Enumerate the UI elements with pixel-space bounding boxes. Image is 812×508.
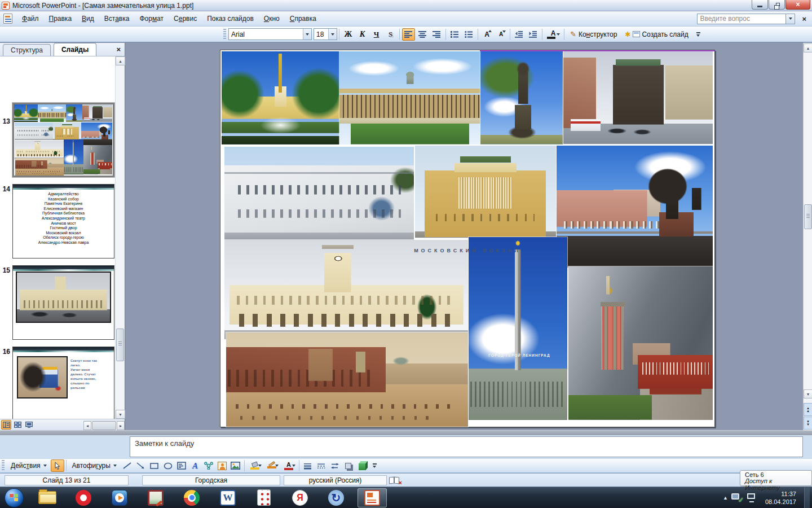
font-size-combo[interactable]: 18 bbox=[314, 28, 337, 40]
new-slide-button[interactable]: ✱ Создать слайд bbox=[621, 28, 692, 41]
taskbar-word[interactable]: W bbox=[213, 488, 242, 507]
increase-indent-button[interactable] bbox=[527, 28, 540, 41]
align-right-button[interactable] bbox=[430, 28, 443, 41]
autoshapes-button[interactable]: Автофигуры bbox=[68, 459, 121, 472]
scrollbar-thumb[interactable] bbox=[92, 421, 116, 430]
oval-tool-button[interactable] bbox=[161, 459, 175, 472]
photo-alexandrinsky-theater[interactable] bbox=[415, 146, 556, 238]
arrow-style-button[interactable] bbox=[328, 459, 342, 472]
taskbar-sync-app[interactable]: ↻ bbox=[321, 488, 351, 507]
photo-eliseevsky-store[interactable] bbox=[563, 51, 713, 144]
clip-art-button[interactable] bbox=[215, 459, 229, 472]
slide-scrollbar[interactable]: ▲ ▼ ▲ ▲ ▼ ▼ bbox=[803, 43, 812, 430]
scroll-left-button[interactable]: ◂ bbox=[83, 421, 91, 430]
font-color-button[interactable]: А bbox=[545, 28, 562, 41]
taskbar-explorer[interactable] bbox=[33, 488, 62, 507]
italic-button[interactable]: К bbox=[356, 28, 369, 41]
photo-obelisk[interactable] bbox=[469, 237, 567, 420]
bulleted-list-button[interactable] bbox=[462, 28, 475, 41]
tab-outline[interactable]: Структура bbox=[3, 44, 51, 56]
slide-thumbnail-16[interactable]: Скачут кони так легко. Умчат меня далеко… bbox=[12, 347, 114, 419]
next-slide-button[interactable]: ▼ ▼ bbox=[804, 417, 812, 430]
menu-window[interactable]: Окно bbox=[259, 12, 285, 25]
photo-gostiny-painting[interactable] bbox=[226, 332, 468, 427]
panel-horizontal-scrollbar[interactable]: ◂ ▸ bbox=[83, 421, 125, 430]
decrease-indent-button[interactable] bbox=[513, 28, 526, 41]
shadow-button[interactable]: S bbox=[384, 28, 397, 41]
taskbar-card-game[interactable] bbox=[249, 488, 279, 507]
scrollbar-thumb[interactable] bbox=[116, 329, 124, 361]
line-tool-button[interactable] bbox=[121, 459, 134, 472]
slide-thumbnail-14[interactable]: Адмиралтейство Казанский собор Памятник … bbox=[12, 184, 114, 259]
slide-thumbnail-15[interactable] bbox=[12, 265, 114, 340]
taskbar-media-player[interactable] bbox=[105, 488, 134, 507]
scroll-up-button[interactable]: ▲ bbox=[116, 56, 125, 65]
network-status-icon[interactable]: ✓ bbox=[731, 493, 743, 502]
fill-color-button[interactable] bbox=[246, 459, 263, 472]
taskbar-yandex[interactable]: Я bbox=[285, 488, 315, 507]
scrollbar-thumb[interactable] bbox=[804, 204, 812, 229]
diagram-button[interactable] bbox=[202, 459, 215, 472]
notes-pane[interactable]: Заметки к слайду bbox=[130, 436, 803, 457]
rectangle-tool-button[interactable] bbox=[148, 459, 161, 472]
3d-style-button[interactable] bbox=[355, 459, 369, 472]
photo-catherine-monument[interactable] bbox=[480, 51, 563, 144]
menu-file[interactable]: Файл bbox=[17, 12, 44, 25]
scroll-down-button[interactable]: ▼ bbox=[116, 410, 125, 419]
photo-moscow-station[interactable] bbox=[224, 240, 468, 339]
spellcheck-indicator[interactable]: × bbox=[389, 476, 400, 485]
design-name[interactable]: Городская bbox=[142, 475, 280, 485]
increase-font-button[interactable]: А bbox=[480, 28, 493, 41]
numbered-list-button[interactable] bbox=[448, 28, 461, 41]
ethernet-icon[interactable] bbox=[746, 493, 757, 502]
normal-view-button[interactable] bbox=[1, 420, 11, 430]
menu-edit[interactable]: Правка bbox=[44, 12, 77, 25]
font-size-dropdown[interactable] bbox=[328, 29, 337, 40]
menu-format[interactable]: Формат bbox=[134, 12, 169, 25]
menu-help[interactable]: Справка bbox=[285, 12, 321, 25]
photo-public-library[interactable] bbox=[224, 147, 414, 240]
line-color-button[interactable] bbox=[263, 459, 280, 472]
line-style-button[interactable] bbox=[301, 459, 315, 472]
dash-style-button[interactable] bbox=[315, 459, 328, 472]
align-center-button[interactable] bbox=[416, 28, 429, 41]
slideshow-view-button[interactable] bbox=[24, 420, 34, 430]
question-input[interactable] bbox=[697, 14, 786, 24]
panel-scrollbar[interactable]: ▲ ▼ bbox=[115, 56, 125, 419]
menu-view[interactable]: Вид bbox=[77, 12, 99, 25]
start-button[interactable] bbox=[5, 488, 24, 507]
toolbar-grip[interactable] bbox=[2, 460, 5, 471]
scroll-right-button[interactable]: ▸ bbox=[117, 421, 125, 430]
shadow-style-button[interactable] bbox=[342, 459, 355, 472]
font-name-combo[interactable]: Arial bbox=[228, 28, 312, 40]
toolbar-options-button[interactable] bbox=[371, 459, 378, 472]
toolbar-options-button[interactable] bbox=[695, 28, 702, 41]
text-box-button[interactable] bbox=[175, 459, 188, 472]
notes-splitter[interactable] bbox=[0, 430, 812, 435]
draw-font-color-button[interactable]: А bbox=[280, 459, 297, 472]
arrow-tool-button[interactable] bbox=[134, 459, 148, 472]
language-indicator[interactable]: русский (Россия) bbox=[284, 475, 387, 485]
document-close-button[interactable]: × bbox=[800, 14, 809, 24]
font-name-dropdown[interactable] bbox=[303, 29, 311, 40]
select-objects-button[interactable] bbox=[51, 459, 64, 472]
taskbar-powerpoint[interactable] bbox=[358, 488, 387, 507]
taskbar-photo-viewer[interactable] bbox=[141, 488, 170, 507]
underline-button[interactable]: Ч bbox=[370, 28, 383, 41]
taskbar-clock[interactable]: 11:37 08.04.2017 bbox=[761, 490, 801, 506]
taskbar-opera[interactable] bbox=[69, 488, 98, 507]
photo-admiralty[interactable] bbox=[222, 51, 339, 144]
close-button[interactable]: × bbox=[785, 0, 810, 10]
wordart-button[interactable]: А bbox=[188, 459, 202, 472]
menu-slideshow[interactable]: Показ слайдов bbox=[202, 12, 259, 25]
hidden-icons-button[interactable]: ▲ bbox=[723, 495, 728, 501]
restore-button[interactable] bbox=[769, 0, 785, 10]
menu-insert[interactable]: Вставка bbox=[99, 12, 135, 25]
design-button[interactable]: ✎ Конструктор bbox=[566, 28, 621, 41]
slide-sorter-view-button[interactable] bbox=[12, 420, 23, 430]
tab-slides[interactable]: Слайды bbox=[54, 43, 96, 56]
taskbar-chrome[interactable] bbox=[177, 488, 206, 507]
panel-close-button[interactable]: × bbox=[116, 45, 121, 54]
align-left-button[interactable] bbox=[402, 28, 415, 41]
bold-button[interactable]: Ж bbox=[342, 28, 355, 41]
